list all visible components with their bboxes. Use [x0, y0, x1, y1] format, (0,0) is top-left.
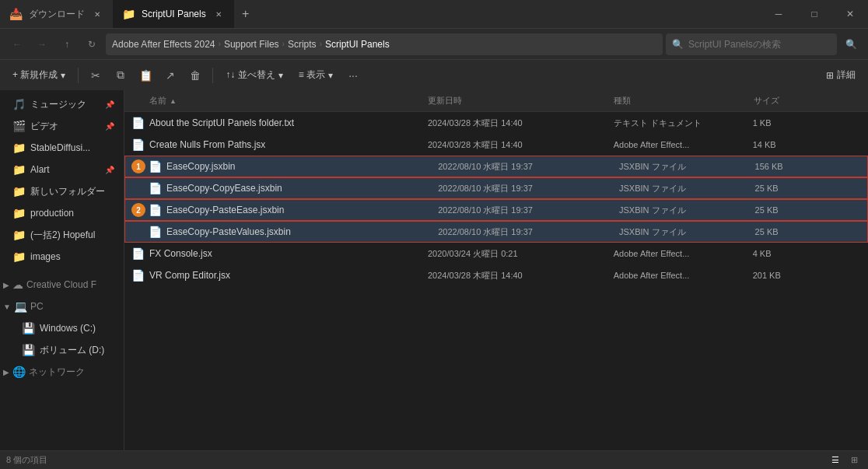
- file-area: 名前 ▲ 更新日時 種類 サイズ 📄 About the ScriptUI Pa…: [124, 90, 868, 450]
- music-pin-icon: 📌: [105, 100, 114, 109]
- file-date: 2024/03/28 木曜日 14:40: [428, 117, 614, 129]
- delete-button[interactable]: 🗑: [184, 65, 206, 86]
- sidebar-windows-label: Windows (C:): [40, 323, 114, 334]
- new-button[interactable]: + 新規作成 ▾: [6, 65, 72, 86]
- sidebar-item-video[interactable]: 🎬 ビデオ 📌: [3, 115, 121, 137]
- file-row[interactable]: 📄 Create Nulls From Paths.jsx 2024/03/28…: [124, 134, 868, 156]
- view-chevron-icon: ▾: [328, 70, 333, 81]
- copy-button[interactable]: ⧉: [110, 65, 131, 86]
- search-submit-button[interactable]: 🔍: [840, 33, 862, 55]
- sidebar: 🎵 ミュージック 📌 🎬 ビデオ 📌 📁 StableDiffusi... 📁 …: [0, 90, 124, 450]
- breadcrumb-scripts[interactable]: Scripts: [288, 39, 317, 50]
- tab-scriptui-label: ScriptUI Panels: [142, 9, 206, 19]
- breadcrumb-scriptui[interactable]: ScriptUI Panels: [325, 39, 390, 50]
- detail-label: 詳細: [837, 68, 856, 82]
- music-icon: 🎵: [12, 98, 26, 110]
- new-tab-button[interactable]: +: [234, 0, 257, 28]
- col-size-header[interactable]: サイズ: [754, 95, 846, 107]
- file-row-copyease[interactable]: 📄 EaseCopy-CopyEase.jsxbin 2022/08/10 水曜…: [124, 177, 868, 199]
- col-date-header[interactable]: 更新日時: [428, 95, 614, 107]
- col-name-header[interactable]: 名前 ▲: [131, 95, 428, 107]
- breadcrumb-support[interactable]: Support Files: [224, 39, 279, 50]
- file-name: About the ScriptUI Panels folder.txt: [149, 117, 428, 128]
- minimize-button[interactable]: ─: [761, 0, 796, 28]
- file-row-pasteease[interactable]: 2 📄 EaseCopy-PasteEase.jsxbin 2022/08/10…: [124, 199, 868, 221]
- video-icon: 🎬: [12, 120, 26, 132]
- file-type: JSXBIN ファイル: [619, 161, 755, 173]
- file-name: Create Nulls From Paths.jsx: [149, 139, 428, 150]
- paste-button[interactable]: 📋: [135, 65, 156, 86]
- file-type: テキスト ドキュメント: [614, 117, 753, 129]
- breadcrumb-sep-2: ›: [282, 40, 285, 48]
- file-row-easecopy[interactable]: 1 📄 EaseCopy.jsxbin 2022/08/10 水曜日 19:37…: [124, 156, 868, 177]
- file-icon: 📄: [149, 226, 162, 238]
- share-button[interactable]: ↗: [159, 65, 181, 86]
- search-icon: 🔍: [672, 39, 684, 50]
- list-view-button[interactable]: ☰: [828, 453, 843, 468]
- main-content: 🎵 ミュージック 📌 🎬 ビデオ 📌 📁 StableDiffusi... 📁 …: [0, 90, 868, 450]
- sidebar-item-images[interactable]: 📁 images: [3, 246, 121, 268]
- view-label: ≡ 表示: [299, 68, 325, 82]
- grid-view-button[interactable]: ⊞: [846, 453, 862, 468]
- sidebar-item-alart[interactable]: 📁 Alart 📌: [3, 159, 121, 180]
- sidebar-item-newfolder[interactable]: 📁 新しいフォルダー: [3, 180, 121, 202]
- production-icon: 📁: [12, 207, 26, 219]
- file-size: 201 KB: [753, 271, 845, 280]
- file-icon: 📄: [131, 138, 145, 151]
- file-size: 25 KB: [755, 205, 845, 215]
- view-button[interactable]: ≡ 表示 ▾: [292, 65, 339, 86]
- file-row[interactable]: 📄 About the ScriptUI Panels folder.txt 2…: [124, 112, 868, 134]
- file-icon: 📄: [149, 204, 162, 216]
- search-input[interactable]: [688, 39, 813, 50]
- sidebar-images-label: images: [30, 251, 114, 262]
- sidebar-item-stable[interactable]: 📁 StableDiffusi...: [3, 137, 121, 159]
- sidebar-pc-section[interactable]: ▼ 💻 PC: [0, 296, 124, 317]
- sidebar-windows-c[interactable]: 💾 Windows (C:): [3, 317, 121, 339]
- sidebar-hopeful-label: (一括2) Hopeful: [30, 229, 114, 242]
- refresh-button[interactable]: ↻: [81, 33, 103, 55]
- tab-downloads-label: ダウンロード: [29, 8, 85, 21]
- sidebar-item-music[interactable]: 🎵 ミュージック 📌: [3, 93, 121, 115]
- toolbar-sep-1: [78, 68, 79, 83]
- file-icon: 📄: [131, 269, 145, 282]
- cut-button[interactable]: ✂: [85, 65, 107, 86]
- tab-downloads-close[interactable]: ✕: [91, 8, 103, 20]
- file-size: 14 KB: [753, 140, 845, 149]
- sort-button[interactable]: ↑↓ 並べ替え ▾: [219, 65, 289, 86]
- file-icon: 📄: [149, 160, 162, 173]
- back-button[interactable]: ←: [6, 33, 28, 55]
- col-date-label: 更新日時: [428, 96, 462, 105]
- column-headers: 名前 ▲ 更新日時 種類 サイズ: [124, 90, 868, 112]
- detail-button[interactable]: ⊞ 詳細: [820, 65, 862, 86]
- sidebar-item-hopeful[interactable]: 📁 (一括2) Hopeful: [3, 224, 121, 246]
- sidebar-production-label: production: [30, 208, 114, 219]
- downloads-icon: 📥: [9, 8, 23, 20]
- tab-scriptui-close[interactable]: ✕: [212, 8, 225, 20]
- file-size: 25 KB: [755, 184, 845, 193]
- up-button[interactable]: ↑: [56, 33, 78, 55]
- close-button[interactable]: ✕: [832, 0, 868, 28]
- sidebar-network[interactable]: ▶ 🌐 ネットワーク: [0, 361, 124, 383]
- file-row-fxconsole[interactable]: 📄 FX Console.jsx 2020/03/24 火曜日 0:21 Ado…: [124, 243, 868, 264]
- sidebar-music-label: ミュージック: [30, 98, 100, 111]
- col-type-header[interactable]: 種類: [614, 95, 753, 107]
- sidebar-item-production[interactable]: 📁 production: [3, 202, 121, 224]
- toolbar-sep-2: [212, 68, 213, 83]
- new-chevron-icon: ▾: [61, 70, 65, 81]
- more-button[interactable]: ···: [342, 65, 364, 86]
- toolbar: + 新規作成 ▾ ✂ ⧉ 📋 ↗ 🗑 ↑↓ 並べ替え ▾ ≡ 表示 ▾ ··· …: [0, 59, 868, 90]
- tab-scriptui[interactable]: 📁 ScriptUI Panels ✕: [113, 0, 234, 28]
- sidebar-creative-cloud[interactable]: ▶ ☁ Creative Cloud F: [0, 274, 124, 296]
- sidebar-alart-label: Alart: [30, 164, 100, 175]
- file-row-pastevalues[interactable]: 📄 EaseCopy-PasteValues.jsxbin 2022/08/10…: [124, 221, 868, 243]
- file-row-vrcomp[interactable]: 📄 VR Comp Editor.jsx 2024/03/28 木曜日 14:4…: [124, 264, 868, 286]
- scriptui-icon: 📁: [122, 8, 135, 20]
- file-size: 1 KB: [753, 118, 845, 128]
- tab-downloads[interactable]: 📥 ダウンロード ✕: [0, 0, 113, 28]
- forward-button[interactable]: →: [31, 33, 53, 55]
- breadcrumb-ae[interactable]: Adobe After Effects 2024: [112, 39, 215, 50]
- file-type: Adobe After Effect...: [614, 271, 753, 280]
- maximize-button[interactable]: □: [796, 0, 832, 28]
- sidebar-volume-d[interactable]: 💾 ボリューム (D:): [3, 339, 121, 361]
- creative-cloud-icon: ☁: [12, 278, 23, 291]
